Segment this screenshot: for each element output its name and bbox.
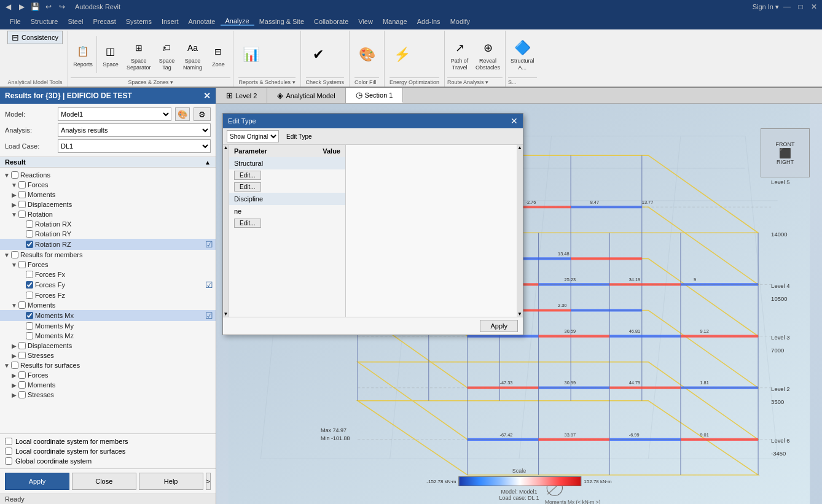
check-forces-fy[interactable] (26, 281, 33, 289)
global-check[interactable] (5, 457, 12, 465)
close-button[interactable]: Close (72, 473, 136, 490)
consistency-button[interactable]: ⊟ Consistency (7, 31, 63, 44)
expand-displacements-m[interactable]: ▶ (10, 341, 18, 350)
tree-item-moments-mz[interactable]: Moments Mz (0, 331, 216, 341)
apply-button[interactable]: Apply (5, 473, 69, 490)
model-color-btn[interactable]: 🎨 (175, 107, 190, 121)
tree-item-displacements-r[interactable]: ▶ Displacements (0, 200, 216, 209)
ribbon-space-naming-btn[interactable]: Aa SpaceNaming (180, 37, 205, 72)
tree-item-moments-s[interactable]: ▶ Moments (0, 380, 216, 390)
dialog-right-scroll-up[interactable]: ▲ (517, 145, 522, 150)
undo-btn[interactable]: ↩ (43, 1, 54, 12)
tree-item-forces-fx[interactable]: Forces Fx (0, 269, 216, 279)
window-close-btn[interactable]: ✕ (808, 1, 820, 12)
tab-insert[interactable]: Insert (157, 18, 184, 25)
sign-in-btn[interactable]: Sign In ▾ (753, 3, 779, 11)
expand-moments-s[interactable]: ▶ (10, 381, 18, 389)
ribbon-check-systems-btn[interactable]: ✔ (306, 44, 331, 66)
check-forces-fx[interactable] (26, 271, 33, 278)
ribbon-reports-schedules-btn[interactable]: 📊 (238, 44, 263, 66)
check-forces-m[interactable] (18, 261, 26, 268)
edit-btn-3[interactable]: Edit... (234, 219, 261, 228)
check-stresses[interactable] (18, 352, 26, 359)
forward-btn[interactable]: ▶ (16, 1, 27, 12)
tree-item-rotation[interactable]: ▼ Rotation (0, 209, 216, 219)
check-rotation-ry[interactable] (26, 230, 33, 238)
more-button[interactable]: > (206, 473, 211, 490)
check-moments-my[interactable] (26, 322, 33, 330)
redo-btn[interactable]: ↪ (57, 1, 68, 12)
ribbon-zone-btn[interactable]: ⊟ Zone (206, 41, 230, 69)
tree-container[interactable]: ▼ Reactions ▼ Forces ▶ Moments ▶ Displac… (0, 168, 216, 433)
check-rotation-rx[interactable] (26, 220, 33, 228)
ribbon-space-sep-btn[interactable]: ⊞ SpaceSeparator (124, 37, 154, 72)
viewcube[interactable]: FRONT ⬛ RIGHT (761, 128, 810, 177)
tab-structure[interactable]: Structure (26, 18, 63, 25)
analysis-select[interactable]: Analysis results (58, 123, 211, 137)
check-rotation[interactable] (18, 211, 26, 218)
local-members-check[interactable] (5, 438, 12, 445)
ribbon-reports-btn[interactable]: 📋 Reports (71, 41, 95, 69)
local-surfaces-check[interactable] (5, 448, 12, 455)
check-moments-mz[interactable] (26, 332, 33, 339)
tab-file[interactable]: File (5, 18, 26, 25)
tab-section1[interactable]: ◷ Section 1 (346, 88, 404, 103)
ribbon-structural-analysis-btn[interactable]: 🔷 StructuralA... (508, 37, 537, 72)
dialog-right-scroll-down[interactable]: ▼ (517, 311, 522, 317)
minimize-btn[interactable]: — (781, 1, 793, 12)
check-displacements-r[interactable] (18, 201, 26, 208)
check-results-surfaces[interactable] (11, 362, 18, 369)
expand-forces-s[interactable]: ▶ (10, 371, 18, 379)
tab-massing[interactable]: Massing & Site (254, 18, 309, 25)
load-case-select[interactable]: DL1 (58, 139, 211, 153)
edit-btn-2[interactable]: Edit... (234, 182, 261, 192)
dialog-close-btn[interactable]: ✕ (511, 116, 518, 126)
check-moments-mx[interactable] (26, 312, 33, 319)
check-forces-r[interactable] (18, 181, 26, 188)
check-moments-r[interactable] (18, 191, 26, 198)
tab-view[interactable]: View (353, 18, 378, 25)
tab-analytical-model[interactable]: ◈ Analytical Model (267, 88, 345, 103)
tree-item-forces-fy[interactable]: Forces Fy ☑ (0, 279, 216, 290)
dialog-scroll-down[interactable]: ▼ (224, 311, 229, 317)
ribbon-space-tag-btn[interactable]: 🏷 SpaceTag (154, 37, 179, 72)
ribbon-reveal-obstacles-btn[interactable]: ⊕ RevealObstacles (473, 37, 503, 72)
check-rotation-rz[interactable] (26, 241, 33, 248)
expand-forces-m[interactable]: ▼ (10, 260, 18, 269)
ribbon-color-fill-btn[interactable]: 🎨 (354, 44, 379, 66)
edit-btn-1[interactable]: Edit... (234, 171, 261, 180)
tab-systems[interactable]: Systems (121, 18, 157, 25)
tree-item-moments-m[interactable]: ▼ Moments (0, 300, 216, 310)
panel-close-btn[interactable]: ✕ (203, 91, 211, 101)
tab-addins[interactable]: Add-Ins (412, 18, 445, 25)
expand-displacements-r[interactable]: ▶ (10, 200, 18, 209)
check-moments-s[interactable] (18, 381, 26, 389)
expand-rotation[interactable]: ▼ (10, 210, 18, 219)
tree-item-forces-m[interactable]: ▼ Forces (0, 260, 216, 269)
tree-item-results-members[interactable]: ▼ Results for members (0, 250, 216, 260)
check-forces-s[interactable] (18, 371, 26, 379)
model-select[interactable]: Model1 (58, 107, 171, 121)
tab-level2[interactable]: ⊞ Level 2 (216, 88, 267, 103)
tree-item-results-surfaces[interactable]: ▼ Results for surfaces (0, 360, 216, 370)
expand-moments-m[interactable]: ▼ (10, 301, 18, 309)
maximize-btn[interactable]: □ (795, 1, 806, 12)
tree-scroll-up[interactable]: ▲ (205, 159, 211, 166)
expand-stresses[interactable]: ▶ (10, 351, 18, 360)
expand-moments-r[interactable]: ▶ (10, 190, 18, 199)
dialog-dropdown[interactable]: Show Original (227, 130, 279, 142)
tab-analyze[interactable]: Analyze (221, 17, 254, 26)
tree-item-stresses-s[interactable]: ▶ Stresses (0, 390, 216, 400)
tab-steel[interactable]: Steel (63, 18, 88, 25)
tree-item-rotation-rx[interactable]: Rotation RX (0, 219, 216, 229)
help-button[interactable]: Help (139, 473, 203, 490)
expand-stresses-s[interactable]: ▶ (10, 390, 18, 399)
tree-item-displacements-m[interactable]: ▶ Displacements (0, 341, 216, 351)
tree-item-rotation-ry[interactable]: Rotation RY (0, 229, 216, 239)
tree-item-stresses[interactable]: ▶ Stresses (0, 351, 216, 360)
dialog-apply-btn[interactable]: Apply (480, 320, 518, 332)
model-settings-btn[interactable]: ⚙ (194, 107, 211, 121)
tab-manage[interactable]: Manage (378, 18, 412, 25)
tree-item-moments-r[interactable]: ▶ Moments (0, 190, 216, 200)
tab-annotate[interactable]: Annotate (183, 18, 220, 25)
